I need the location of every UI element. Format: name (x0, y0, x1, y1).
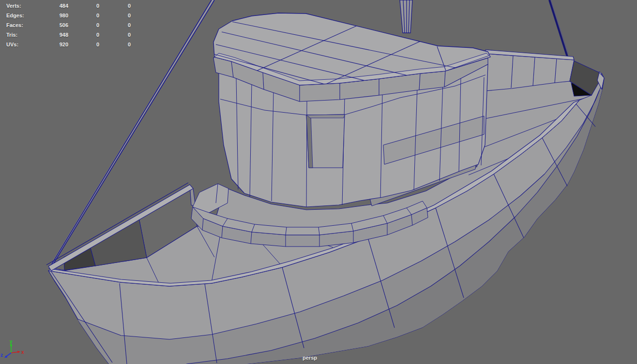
world-axis-gizmo: y x z (0, 338, 30, 364)
hud-row-tris: Tris: 948 0 0 (0, 30, 131, 40)
z-axis: z (0, 352, 11, 358)
hud-value: 0 (99, 42, 131, 47)
hud-row-edges: Edges: 980 0 0 (0, 11, 131, 20)
hud-label: Faces: (0, 22, 44, 28)
hud-value: 0 (68, 42, 99, 47)
viewport-3d-scene[interactable] (0, 0, 637, 364)
hud-row-uvs: UVs: 920 0 0 (0, 40, 131, 49)
hud-value: 0 (99, 13, 131, 18)
x-axis-label: x (21, 349, 24, 355)
hud-value: 0 (99, 32, 131, 38)
maya-viewport[interactable]: Verts: 484 0 0 Edges: 980 0 0 Faces: 506… (0, 0, 637, 364)
hud-value: 484 (44, 3, 68, 9)
door-recess-top (306, 115, 345, 118)
hud-row-faces: Faces: 506 0 0 (0, 20, 131, 30)
hud-value: 0 (68, 3, 99, 9)
camera-name-label: persp (278, 355, 341, 361)
x-axis-arrow-icon (17, 351, 20, 353)
hud-label: Verts: (0, 3, 44, 9)
y-axis-label: y (10, 339, 13, 344)
hud-value: 980 (44, 13, 68, 18)
hud-label: UVs: (0, 42, 44, 47)
hud-value: 0 (99, 22, 131, 28)
hud-value: 0 (68, 13, 99, 18)
hud-label: Tris: (0, 32, 44, 38)
y-axis: y (10, 339, 13, 353)
polycount-hud: Verts: 484 0 0 Edges: 980 0 0 Faces: 506… (0, 1, 131, 49)
hud-value: 0 (68, 22, 99, 28)
hud-value: 0 (68, 32, 99, 38)
hud-label: Edges: (0, 13, 44, 18)
hud-value: 0 (99, 3, 131, 9)
hud-row-verts: Verts: 484 0 0 (0, 1, 131, 11)
hud-value: 948 (44, 32, 68, 38)
z-axis-label: z (0, 352, 3, 358)
x-axis: x (11, 349, 24, 355)
hud-value: 920 (44, 42, 68, 47)
hud-value: 506 (44, 22, 68, 28)
